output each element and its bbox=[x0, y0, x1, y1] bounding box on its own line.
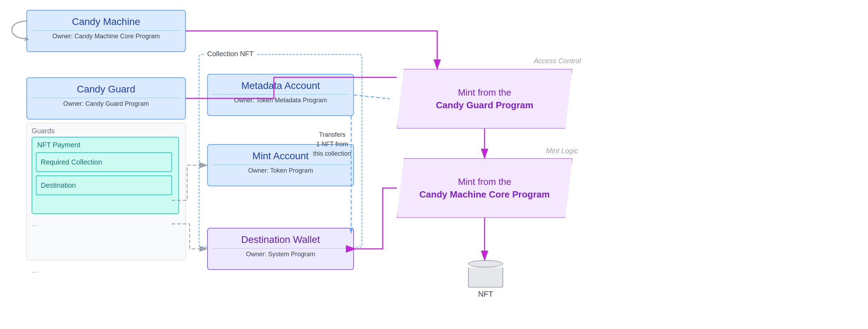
cylinder-top bbox=[468, 260, 503, 267]
access-control-label: Access Control bbox=[534, 57, 581, 65]
nft-cylinder: NFT bbox=[466, 260, 505, 299]
nft-payment-box: NFT Payment Required Collection Destinat… bbox=[32, 137, 179, 214]
metadata-account-title: Metadata Account bbox=[208, 75, 353, 94]
destination-label: Destination bbox=[41, 181, 76, 189]
candy-machine-title: Candy Machine bbox=[27, 11, 185, 30]
destination-wallet-box: Destination Wallet Owner: System Program bbox=[207, 228, 354, 270]
metadata-account-box: Metadata Account Owner: Token Metadata P… bbox=[207, 74, 354, 116]
guards-label: Guards bbox=[27, 123, 185, 137]
metadata-account-subtitle: Owner: Token Metadata Program bbox=[208, 95, 353, 110]
destination-box: Destination bbox=[36, 175, 172, 195]
candy-guard-program-text: Mint from the Candy Guard Program bbox=[436, 86, 533, 112]
guards-container: Guards NFT Payment Required Collection D… bbox=[26, 123, 186, 260]
candy-guard-subtitle: Owner: Candy Guard Program bbox=[27, 98, 185, 113]
candy-machine-core-program-box: Mint from the Candy Machine Core Program bbox=[397, 158, 572, 218]
self-loop-arrow bbox=[12, 21, 26, 39]
diagram-container: Candy Machine Owner: Candy Machine Core … bbox=[0, 0, 868, 329]
required-collection-label: Required Collection bbox=[41, 158, 102, 166]
nft-label: NFT bbox=[478, 290, 493, 299]
mint-account-subtitle: Owner: Token Program bbox=[208, 165, 353, 180]
nft-payment-label: NFT Payment bbox=[32, 137, 178, 152]
candy-guard-program-box: Mint from the Candy Guard Program bbox=[397, 69, 572, 129]
candy-machine-box: Candy Machine Owner: Candy Machine Core … bbox=[26, 10, 186, 52]
mint-logic-label: Mint Logic bbox=[546, 147, 578, 155]
cylinder-body bbox=[468, 267, 503, 288]
candy-machine-core-program-text: Mint from the Candy Machine Core Program bbox=[419, 175, 550, 201]
collection-nft-label: Collection NFT bbox=[204, 50, 256, 58]
candy-guard-box: Candy Guard Owner: Candy Guard Program bbox=[26, 77, 186, 120]
destination-wallet-title: Destination Wallet bbox=[208, 228, 353, 248]
guards-ellipsis1: ... bbox=[32, 219, 38, 228]
candy-guard-title: Candy Guard bbox=[27, 78, 185, 98]
required-collection-box: Required Collection bbox=[36, 152, 172, 172]
transfers-text: Transfers 1 NFT from this collection bbox=[313, 130, 351, 159]
guards-ellipsis2: ... bbox=[32, 266, 38, 275]
candy-machine-subtitle: Owner: Candy Machine Core Program bbox=[27, 31, 185, 46]
destination-wallet-subtitle: Owner: System Program bbox=[208, 249, 353, 264]
